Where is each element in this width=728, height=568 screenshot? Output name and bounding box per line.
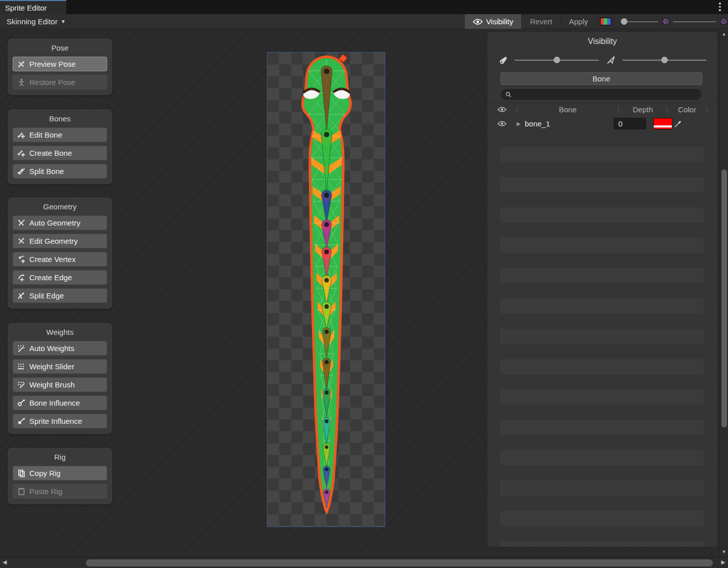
bone-search-field[interactable] <box>501 89 701 100</box>
sprite-svg <box>267 53 386 528</box>
sprite-influence-button[interactable]: Sprite Influence <box>13 414 107 428</box>
empty-list-row <box>500 450 704 465</box>
scroll-up-icon[interactable]: ▲ <box>720 31 728 36</box>
split-bone-icon <box>17 167 26 176</box>
visibility-toggle-button[interactable]: Visibility <box>464 14 521 29</box>
empty-list-row <box>500 329 704 344</box>
visibility-panel: Visibility Bone <box>487 31 718 547</box>
bone-influence-label: Bone Influence <box>29 399 80 407</box>
split-edge-icon <box>17 291 26 300</box>
mesh-opacity-knob[interactable] <box>661 57 668 63</box>
pose-panel-title: Pose <box>13 42 107 57</box>
vertical-scroll-thumb[interactable] <box>721 169 727 427</box>
mesh-opacity-slider-panel[interactable] <box>622 60 707 61</box>
auto-geometry-icon <box>17 219 26 227</box>
tab-sprite-editor[interactable]: Sprite Editor <box>0 0 66 14</box>
toolbar: Skinning Editor ▼ Visibility Revert Appl… <box>0 14 728 29</box>
eye-icon <box>473 18 483 25</box>
mesh-opacity-slider[interactable] <box>673 21 716 22</box>
auto-weights-icon <box>17 344 26 353</box>
visibility-panel-title: Visibility <box>487 32 717 46</box>
empty-list-row <box>500 541 704 547</box>
copy-rig-button[interactable]: Copy Rig <box>13 466 107 480</box>
paste-rig-button[interactable]: Paste Rig <box>13 484 107 499</box>
pose-panel: Pose Preview Pose Restore Pose <box>7 38 113 96</box>
bone-color-swatch[interactable] <box>653 118 672 129</box>
auto-weights-button[interactable]: Auto Weights <box>13 341 107 356</box>
rgb-channels-button[interactable] <box>596 14 614 29</box>
tab-sprite-editor-label: Sprite Editor <box>5 4 47 12</box>
bone-influence-button[interactable]: Bone Influence <box>13 396 107 410</box>
rig-panel: Rig Copy Rig Paste Rig <box>7 447 113 505</box>
auto-geometry-button[interactable]: Auto Geometry <box>13 215 107 230</box>
weight-brush-icon <box>17 380 26 389</box>
scroll-down-icon[interactable]: ▼ <box>720 549 728 554</box>
preview-pose-button[interactable]: Preview Pose <box>13 57 107 71</box>
horizontal-scrollbar[interactable]: ◀ ▶ <box>0 557 728 568</box>
split-bone-button[interactable]: Split Bone <box>13 164 107 179</box>
auto-geometry-label: Auto Geometry <box>29 219 80 227</box>
foldout-triangle-icon[interactable]: ▶ <box>517 121 525 126</box>
scroll-right-icon[interactable]: ▶ <box>721 559 725 565</box>
visibility-toggle-label: Visibility <box>486 17 513 26</box>
weight-slider-button[interactable]: Weight Slider <box>13 359 107 374</box>
restore-pose-button[interactable]: Restore Pose <box>13 75 107 90</box>
mesh-opacity-icon <box>606 55 616 65</box>
sprite-opacity-slider[interactable] <box>622 21 658 22</box>
split-edge-button[interactable]: Split Edge <box>13 288 107 303</box>
empty-list-row <box>500 268 704 283</box>
create-vertex-button[interactable]: Create Vertex <box>13 252 107 267</box>
eyedropper-icon[interactable] <box>674 120 682 128</box>
preview-pose-label: Preview Pose <box>29 60 76 68</box>
create-bone-button[interactable]: Create Bone <box>13 146 107 160</box>
bone-opacity-slider[interactable] <box>515 60 599 61</box>
bones-panel-title: Bones <box>13 113 107 127</box>
kebab-menu-icon[interactable] <box>719 3 721 11</box>
bone-opacity-knob[interactable] <box>554 57 560 63</box>
edit-geometry-label: Edit Geometry <box>29 237 78 245</box>
weights-panel: Weights Auto Weights Weight Slider <box>7 322 113 434</box>
create-bone-label: Create Bone <box>29 149 72 157</box>
bones-panel: Bones Edit Bone Create Bone Split Bone <box>7 109 113 185</box>
create-edge-icon <box>17 273 26 282</box>
apply-button[interactable]: Apply <box>560 14 596 29</box>
split-edge-label: Split Edge <box>29 291 64 300</box>
create-vertex-icon <box>17 255 26 264</box>
empty-list-row <box>500 389 704 405</box>
edit-geometry-button[interactable]: Edit Geometry <box>13 234 107 248</box>
weight-slider-icon <box>17 362 26 371</box>
geometry-panel-title: Geometry <box>13 201 107 215</box>
restore-pose-icon <box>17 78 26 86</box>
horizontal-scroll-thumb[interactable] <box>86 559 713 566</box>
bone-color-alpha <box>654 127 672 129</box>
rgb-icon <box>600 18 611 25</box>
paste-rig-icon <box>17 487 26 496</box>
create-vertex-label: Create Vertex <box>29 255 76 264</box>
empty-list-row <box>500 480 704 496</box>
search-input[interactable] <box>514 91 697 98</box>
empty-list-row <box>500 420 704 435</box>
opacity-slider-zone <box>614 14 728 29</box>
row-visibility-toggle[interactable] <box>487 120 517 127</box>
bone-row[interactable]: ▶ bone_1 <box>487 116 717 132</box>
bone-table-header: Bone Depth Color <box>487 103 717 116</box>
weight-slider-label: Weight Slider <box>29 362 74 371</box>
scroll-left-icon[interactable]: ◀ <box>3 559 7 565</box>
sprite-canvas[interactable] <box>267 52 385 527</box>
edit-bone-button[interactable]: Edit Bone <box>13 127 107 142</box>
depth-input[interactable] <box>614 118 646 129</box>
create-edge-button[interactable]: Create Edge <box>13 270 107 285</box>
bone-tab[interactable]: Bone <box>500 72 702 85</box>
bone-list-rows <box>487 132 717 547</box>
editor-canvas-area: Pose Preview Pose Restore Pose Bones Edi… <box>0 29 728 557</box>
skinning-editor-dropdown[interactable]: Skinning Editor ▼ <box>3 14 70 29</box>
revert-button[interactable]: Revert <box>521 14 560 29</box>
bone-color-value <box>654 118 672 125</box>
weights-panel-title: Weights <box>13 326 107 341</box>
apply-label: Apply <box>569 17 588 26</box>
empty-list-row <box>500 511 704 526</box>
vertical-scrollbar[interactable]: ▲ ▼ <box>719 29 728 557</box>
sprite-opacity-knob[interactable] <box>621 18 627 25</box>
eye-column-icon <box>497 106 507 113</box>
weight-brush-button[interactable]: Weight Brush <box>13 377 107 392</box>
